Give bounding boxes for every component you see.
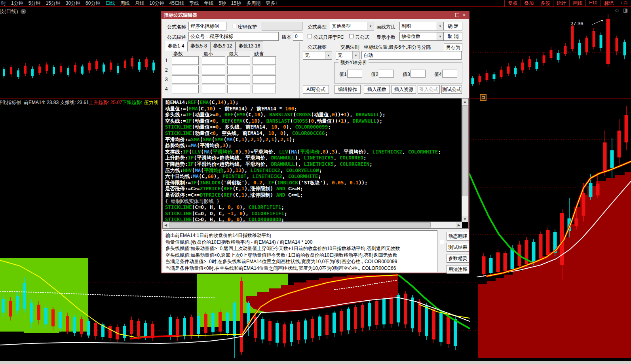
ok-button[interactable]: 确 定 [444,22,462,30]
code-line: STICKLINE(C=O, O, C, -1, 0), COLORF1F1F1… [165,210,462,217]
side-button-参数精灵[interactable]: 参数精灵 [447,254,469,263]
param-input-2-4[interactable] [253,66,276,74]
code-horizontal-scrollbar[interactable]: ◀ ▶ [163,222,462,228]
version-input[interactable]: 0 [293,32,303,41]
status-segment: 支撑线: 23.61 [60,99,89,106]
param-input-3-1[interactable] [172,75,199,84]
code-line: 涨停限制:=IF(INBLOCK('科创板'), 0.2, IF(INBLOCK… [165,180,462,186]
desc-line: 当满足条件动量值>=0时,在多头线和前EMA14位置之间画柱状线,宽度为10,0… [165,258,435,265]
formula-desc-input[interactable]: 公众号：程序化指标 [188,32,279,41]
code-line: STICKLINE(C=O, H, L, 0, 0), COLORF1F1F1; [165,204,462,210]
param-input-2-1[interactable] [172,66,199,74]
param-input-3-2[interactable] [202,75,225,84]
action-button-插入函数[interactable]: 插入函数 [364,85,390,94]
param-input-3-4[interactable] [253,75,276,84]
save-as-button[interactable]: 另存为 [444,43,462,52]
dialog-titlebar[interactable]: 指标公式编辑器 × [162,11,469,19]
trade-rule-label: 交易法则 [340,44,359,51]
formula-name-input[interactable]: 程序化指标创 [188,22,226,30]
trade-rule-dropdown[interactable]: 无▼ [336,51,359,60]
side-button-测试结果[interactable]: 测试结果 [447,243,469,252]
password-protect-checkbox[interactable] [232,24,236,28]
tab-参数9-12[interactable]: 参数9-12 [210,42,236,51]
maximize-button[interactable] [454,12,460,18]
desc-line: 空头线赋值:如果动量值<0,返回上次0上穿动量值距今天数+1日前的收盘价的10日… [165,252,435,259]
cloud-formula-checkbox[interactable] [349,34,354,38]
divider [299,42,300,105]
scroll-left-icon[interactable]: ◀ [163,222,169,228]
panel-checkbox[interactable] [440,240,444,244]
extra-y-axis-label: 额外Y轴分界 [338,59,369,66]
pc-only-checkbox[interactable] [308,34,312,38]
param-input-4-1[interactable] [172,85,199,93]
scroll-up-icon[interactable]: ▲ [462,99,468,104]
param-input-4-4[interactable] [253,85,276,93]
param-input-4-2[interactable] [202,85,225,93]
status-segment: 前EMA14: 23.83 [24,99,59,106]
param-tabs: 参数1-4参数5-8参数9-12参数13-16 [165,42,263,51]
param-input-2-2[interactable] [202,66,225,74]
extra-y-input-4[interactable] [442,70,457,78]
param-input-3-3[interactable] [227,75,250,84]
extra-y-label-1: 值1 [339,71,347,78]
extra-y-label-2: 值2 [371,71,378,78]
code-line: 六十日均线:MA(C,60), POINTDOT, LINETHICK2, CO… [165,173,462,180]
password-input [262,22,302,30]
formula-code-editor[interactable]: 前EMA14:REF(EMA(C,14),1);动量值:=(EMA(C,10) … [162,98,469,229]
formula-editor-dialog: 指标公式编辑器 × 公式名称 程序化指标创 密码保护 公式类型 其他类型▼ 画线… [161,11,469,273]
formula-tag-dropdown[interactable]: 无▼ [303,51,332,60]
tab-参数1-4[interactable]: 参数1-4 [165,41,187,51]
pane-marker-icon[interactable] [480,94,487,101]
extra-y-label-4: 值4 [434,71,442,78]
extra-y-input-2[interactable] [379,70,394,78]
bottom-scrollbar[interactable] [0,361,631,364]
draw-method-dropdown[interactable]: 副图▼ [399,22,444,30]
action-button-插入资源[interactable]: 插入资源 [392,85,416,94]
status-segment: 下降趋势: - [122,99,145,106]
param-input-1-2[interactable] [202,56,225,65]
param-input-1-4[interactable] [253,56,276,65]
decimals-dropdown[interactable]: 缺省位数▼ [399,32,444,41]
side-button-用法注释[interactable]: 用法注释 [447,265,469,274]
dropdown-arrow-icon: ▼ [437,22,443,30]
param-input-2-3[interactable] [227,66,250,74]
desc-line: 当满足条件动量值<0时,在空头线和前EMA14位置之间画柱状线,宽度为10,0不… [165,265,435,272]
action-button-编辑操作[interactable]: 编辑操作 [335,85,361,94]
trading-app-window: 时1分钟5分钟15分钟30分钟60分钟日线周线月线10分钟45日线季线年线5秒1… [0,0,631,364]
code-line: 下降趋势:IF(平滑均价<趋势均线, 平滑均价, DRAWNULL), LINE… [165,161,462,167]
action-button-AI写公式[interactable]: AI写公式 [303,85,329,94]
scroll-down-icon[interactable]: ▼ [462,216,468,222]
formula-type-dropdown[interactable]: 其他类型▼ [330,22,374,30]
param-row-label: 3 [165,77,170,82]
param-row-label: 2 [165,67,170,73]
dropdown-arrow-icon: ▼ [437,32,443,40]
code-vertical-scrollbar[interactable]: ▲ ▼ [462,99,468,222]
status-segment: 压力线 [144,99,158,106]
param-input-1-3[interactable] [227,56,250,65]
cloud-formula-label: 云公式 [355,34,369,41]
tab-参数13-16[interactable]: 参数13-16 [236,42,264,51]
scroll-right-icon[interactable]: ▶ [456,222,462,228]
code-line: 压力线:HHV(MA(平滑均价,1),13), LINETHICK2, COLO… [165,167,462,174]
axis-pos-label: 坐标线位置,最多6个,用分号分隔 [364,44,431,51]
dropdown-arrow-icon: ▼ [367,22,374,30]
extra-y-input-1[interactable] [347,70,362,78]
code-line: 动量值:=(EMA(C,10) - 前EMA14) / 前EMA14 * 100… [165,106,462,112]
param-input-4-3[interactable] [227,85,250,93]
side-button-动态翻译[interactable]: 动态翻译 [447,232,469,241]
param-input-1-1[interactable] [172,56,199,65]
dropdown-arrow-icon: ▼ [352,51,359,59]
extra-y-input-3[interactable] [411,70,426,78]
close-button[interactable]: × [461,12,467,18]
code-line: 平滑均价:=SMA(SMA(SMA(MA(C,1),2,1),2,1),2,1)… [165,136,462,143]
code-line: 多头线:=IF(动量值>=0, REF(EMA(C,10), BARSLAST(… [165,112,462,118]
password-protect-label: 密码保护 [238,24,257,30]
draw-method-label: 画线方法 [376,24,395,30]
action-button-测试公式[interactable]: 测试公式 [441,85,462,94]
formula-desc-label: 公式描述 [167,34,186,41]
version-label: 版本 [282,34,291,41]
code-line: { 绘制K线实体与影线 } [165,198,462,205]
tab-参数5-8[interactable]: 参数5-8 [187,42,210,51]
cancel-button[interactable]: 取 消 [444,32,462,41]
axis-pos-input[interactable]: 自动 [361,51,462,60]
